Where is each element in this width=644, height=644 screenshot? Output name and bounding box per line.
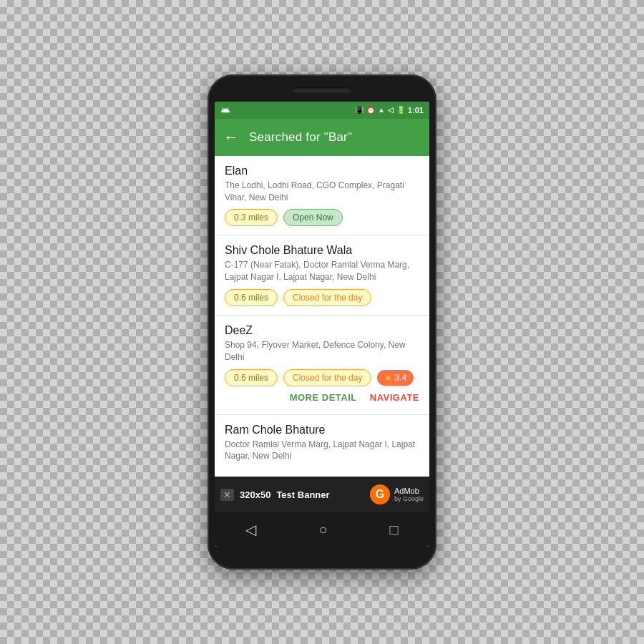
ad-banner: ✕ 320x50 Test Banner G AdMob by Google: [215, 477, 429, 512]
badges: 0.6 miles Closed for the day ★ 3.4: [225, 369, 419, 386]
list-item[interactable]: DeeZ Shop 94, Flyover Market, Defence Co…: [215, 316, 429, 415]
toolbar-title: Searched for "Bar": [249, 130, 352, 145]
place-address: C-177 (Near Fatak), Doctor Ramlal Verma …: [225, 259, 419, 283]
back-button[interactable]: ←: [223, 128, 239, 147]
status-bar: 📳 ⏰ ▲ ◁ 🔋 1:01: [215, 102, 429, 119]
more-detail-button[interactable]: MORE DETAIL: [290, 391, 357, 404]
badges: 0.6 miles Closed for the day: [225, 289, 419, 306]
status-right: 📳 ⏰ ▲ ◁ 🔋 1:01: [355, 106, 424, 114]
phone-speaker: [293, 87, 351, 93]
navigate-button[interactable]: NAVIGATE: [370, 391, 419, 404]
battery-icon: 🔋: [396, 106, 405, 114]
place-address: The Lodhi, Lodhi Road, CGO Complex, Prag…: [225, 180, 419, 204]
distance-badge: 0.6 miles: [225, 289, 278, 306]
place-name: Elan: [225, 165, 419, 177]
phone-screen: 📳 ⏰ ▲ ◁ 🔋 1:01 ← Searched for "Bar" Elan…: [215, 102, 429, 547]
status-badge: Closed for the day: [283, 289, 371, 306]
badges: 0.3 miles Open Now: [225, 209, 419, 226]
wifi-icon: ▲: [378, 106, 385, 114]
star-icon: ★: [384, 373, 392, 383]
ad-close-button[interactable]: ✕: [220, 489, 234, 501]
admob-google-label: by Google: [394, 495, 424, 502]
action-buttons: MORE DETAIL NAVIGATE: [225, 386, 419, 406]
admob-text-block: AdMob by Google: [394, 487, 424, 502]
alarm-icon: ⏰: [366, 106, 375, 114]
place-address: Shop 94, Flyover Market, Defence Colony,…: [225, 339, 419, 364]
place-name: Ram Chole Bhature: [225, 424, 419, 436]
nav-bar: ◁ ○ □: [215, 512, 429, 547]
ad-size-text: 320x50: [240, 489, 270, 500]
status-time: 1:01: [408, 106, 424, 114]
distance-badge: 0.6 miles: [225, 369, 278, 386]
phone-device: 📳 ⏰ ▲ ◁ 🔋 1:01 ← Searched for "Bar" Elan…: [208, 74, 436, 570]
admob-logo: G AdMob by Google: [370, 484, 424, 504]
list-item[interactable]: Shiv Chole Bhature Wala C-177 (Near Fata…: [215, 235, 429, 316]
status-badge: Closed for the day: [283, 369, 371, 386]
signal-icon: ◁: [388, 106, 394, 114]
ad-banner-text: Test Banner: [276, 489, 329, 500]
rating-value: 3.4: [394, 373, 406, 383]
phone-bottom: [215, 547, 429, 555]
list-item[interactable]: Ram Chole Bhature Doctor Ramlal Verma Ma…: [215, 415, 429, 477]
admob-label: AdMob: [394, 487, 424, 495]
list-content: Elan The Lodhi, Lodhi Road, CGO Complex,…: [215, 156, 429, 477]
place-name: DeeZ: [225, 324, 419, 337]
status-badge: Open Now: [283, 209, 343, 226]
admob-icon: G: [370, 484, 390, 504]
distance-badge: 0.3 miles: [225, 209, 278, 226]
list-item[interactable]: Elan The Lodhi, Lodhi Road, CGO Complex,…: [215, 156, 429, 236]
nav-recent-button[interactable]: □: [389, 522, 398, 538]
place-address: Doctor Ramlal Verma Marg, Lajpat Nagar I…: [225, 439, 419, 463]
nav-home-button[interactable]: ○: [318, 522, 327, 538]
toolbar: ← Searched for "Bar": [215, 119, 429, 156]
rating-badge: ★ 3.4: [377, 370, 414, 386]
android-icon: [220, 105, 230, 115]
admob-letter: G: [376, 488, 384, 501]
vibrate-icon: 📳: [355, 106, 364, 114]
place-name: Shiv Chole Bhature Wala: [225, 244, 419, 257]
status-left: [220, 105, 230, 115]
nav-back-button[interactable]: ◁: [245, 521, 256, 538]
